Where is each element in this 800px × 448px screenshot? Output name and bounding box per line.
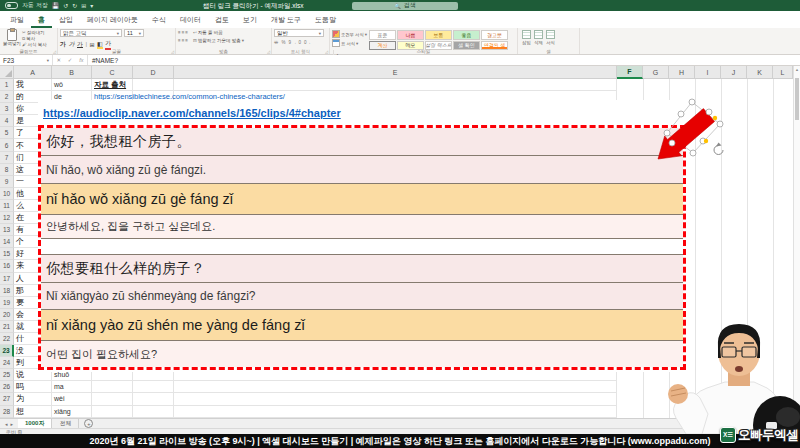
borders-button[interactable]: ⊞ bbox=[90, 41, 95, 48]
column-header-B[interactable]: B bbox=[52, 66, 92, 79]
cell-B27[interactable]: wèi bbox=[52, 393, 92, 405]
cell-C28[interactable] bbox=[92, 406, 133, 418]
align-middle-icon[interactable]: ≡ bbox=[182, 30, 185, 35]
dialog-launcher-icon[interactable]: ◿ bbox=[53, 49, 56, 54]
cell-D26[interactable] bbox=[133, 381, 174, 393]
ribbon-tab-페이지 레이아웃[interactable]: 페이지 레이아웃 bbox=[80, 12, 145, 28]
merge-center-button[interactable]: 병합하고 가운데 맞춤 bbox=[198, 38, 241, 43]
ribbon-tab-삽입[interactable]: 삽입 bbox=[52, 12, 80, 28]
undo-icon[interactable]: ↺ bbox=[63, 3, 68, 9]
sheet-nav-right-icon[interactable]: ▸ bbox=[11, 421, 14, 427]
cells-button-0[interactable]: 삽입 bbox=[522, 30, 531, 45]
column-header-K[interactable]: K bbox=[747, 66, 773, 79]
ribbon-tab-파일[interactable]: 파일 bbox=[3, 12, 31, 28]
cell-A27[interactable]: 为 bbox=[14, 393, 52, 405]
scroll-up-icon[interactable]: ▲ bbox=[794, 67, 800, 72]
accounting-icon[interactable]: ￦ bbox=[274, 40, 279, 45]
align-bottom-icon[interactable]: ≡ bbox=[185, 30, 188, 35]
row-header-26[interactable]: 26 bbox=[0, 381, 14, 393]
row-header-5[interactable]: 5 bbox=[0, 127, 14, 139]
vertical-scrollbar[interactable]: ▲ ▼ bbox=[793, 66, 800, 418]
cell-style-표준[interactable]: 표준 bbox=[369, 30, 396, 40]
sheet-nav-left-icon[interactable]: ◂ bbox=[5, 421, 8, 427]
cell-style-경고문[interactable]: 경고문 bbox=[481, 30, 508, 40]
cell-style-좋음[interactable]: 좋음 bbox=[453, 30, 480, 40]
wrap-text-button[interactable]: 자동 줄 바꿈 bbox=[198, 30, 223, 35]
row-header-6[interactable]: 6 bbox=[0, 139, 14, 151]
ribbon-tab-수식[interactable]: 수식 bbox=[145, 12, 173, 28]
scrollbar-thumb[interactable] bbox=[795, 78, 799, 120]
cell-B1[interactable]: wǒ bbox=[52, 79, 92, 91]
cell-E27[interactable] bbox=[174, 393, 617, 405]
ribbon-tab-개발 도구[interactable]: 개발 도구 bbox=[264, 12, 308, 28]
row-header-10[interactable]: 10 bbox=[0, 188, 14, 200]
column-header-I[interactable]: I bbox=[695, 66, 721, 79]
cell-A26[interactable]: 吗 bbox=[14, 381, 52, 393]
decimal-decrease-icon[interactable]: 0→ bbox=[304, 40, 311, 45]
row-header-25[interactable]: 25 bbox=[0, 369, 14, 381]
align-left-icon[interactable]: ≡ bbox=[178, 38, 181, 43]
row-header-15[interactable]: 15 bbox=[0, 248, 14, 260]
row-header-3[interactable]: 3 bbox=[0, 103, 14, 115]
audioclip-link[interactable]: https://audioclip.naver.com/channels/165… bbox=[38, 100, 686, 125]
row-header-24[interactable]: 24 bbox=[0, 357, 14, 369]
row-header-11[interactable]: 11 bbox=[0, 200, 14, 212]
bold-button[interactable]: 가 bbox=[60, 40, 66, 49]
cell-A28[interactable]: 想 bbox=[14, 406, 52, 418]
cell-D1[interactable] bbox=[133, 79, 174, 91]
cells-button-1[interactable]: 삭제 bbox=[534, 30, 543, 45]
formula-input[interactable]: #NAME? bbox=[88, 55, 800, 65]
cell-E1[interactable] bbox=[174, 79, 617, 91]
cell-C27[interactable] bbox=[92, 393, 133, 405]
font-size-select[interactable]: 11 ▾ bbox=[124, 29, 144, 37]
italic-button[interactable]: 가 bbox=[69, 40, 75, 49]
comma-icon[interactable]: 9 bbox=[289, 40, 292, 45]
clipboard-item-0[interactable]: ✂잘라내기 bbox=[22, 30, 47, 35]
ribbon-tab-도움말[interactable]: 도움말 bbox=[308, 12, 343, 28]
align-top-icon[interactable]: ≡ bbox=[178, 30, 181, 35]
row-header-2[interactable]: 2 bbox=[0, 91, 14, 103]
cells-button-2[interactable]: 서식 bbox=[546, 30, 555, 45]
dialog-launcher-icon[interactable]: ◿ bbox=[325, 49, 328, 54]
row-header-28[interactable]: 28 bbox=[0, 406, 14, 418]
column-header-F[interactable]: F bbox=[617, 66, 643, 79]
row-header-8[interactable]: 8 bbox=[0, 164, 14, 176]
cell-B28[interactable]: xiǎng bbox=[52, 406, 92, 418]
search-box[interactable]: 🔍 검색 bbox=[352, 2, 458, 10]
cell-style-보통[interactable]: 보통 bbox=[425, 30, 452, 40]
column-header-E[interactable]: E bbox=[174, 66, 617, 79]
cell-B26[interactable]: ma bbox=[52, 381, 92, 393]
column-header-J[interactable]: J bbox=[721, 66, 747, 79]
dialog-launcher-icon[interactable]: ◿ bbox=[267, 49, 270, 54]
column-header-G[interactable]: G bbox=[643, 66, 669, 79]
ribbon-tab-홈[interactable]: 홈 bbox=[31, 12, 52, 28]
row-header-27[interactable]: 27 bbox=[0, 393, 14, 405]
row-header-9[interactable]: 9 bbox=[0, 176, 14, 188]
font-name-select[interactable]: 맑은 고딕 ▾ bbox=[60, 29, 122, 37]
dialog-launcher-icon[interactable]: ◿ bbox=[171, 49, 174, 54]
format-as-table-button[interactable]: 표 서식▾ bbox=[332, 39, 367, 47]
cell-D27[interactable] bbox=[133, 393, 174, 405]
row-header-22[interactable]: 22 bbox=[0, 333, 14, 345]
cell-A1[interactable]: 我 bbox=[14, 79, 52, 91]
enter-icon[interactable]: ✓ bbox=[68, 57, 73, 63]
number-format-select[interactable]: 일반 ▾ bbox=[274, 29, 324, 37]
sheet-tab-1000자[interactable]: 1000자 bbox=[18, 419, 52, 428]
underline-button[interactable]: 가 bbox=[77, 40, 83, 49]
cell-C26[interactable] bbox=[92, 381, 133, 393]
column-header-D[interactable]: D bbox=[133, 66, 174, 79]
row-header-17[interactable]: 17 bbox=[0, 273, 14, 285]
name-box[interactable]: F23 ▾ bbox=[0, 55, 53, 65]
cancel-icon[interactable]: ✕ bbox=[56, 57, 61, 63]
grid-icon[interactable]: ⊞ bbox=[81, 3, 86, 9]
paste-button[interactable]: 붙여넣기 bbox=[2, 29, 22, 47]
fill-color-button[interactable]: ◧ bbox=[97, 40, 103, 49]
ribbon-tab-보기[interactable]: 보기 bbox=[236, 12, 264, 28]
fx-icon[interactable]: fx bbox=[79, 57, 83, 63]
align-right-icon[interactable]: ≡ bbox=[185, 38, 188, 43]
sheet-tab-전체[interactable]: 전체 bbox=[52, 419, 79, 428]
row-header-16[interactable]: 16 bbox=[0, 260, 14, 272]
row-header-12[interactable]: 12 bbox=[0, 212, 14, 224]
add-sheet-button[interactable]: + bbox=[84, 419, 93, 428]
row-header-18[interactable]: 18 bbox=[0, 285, 14, 297]
